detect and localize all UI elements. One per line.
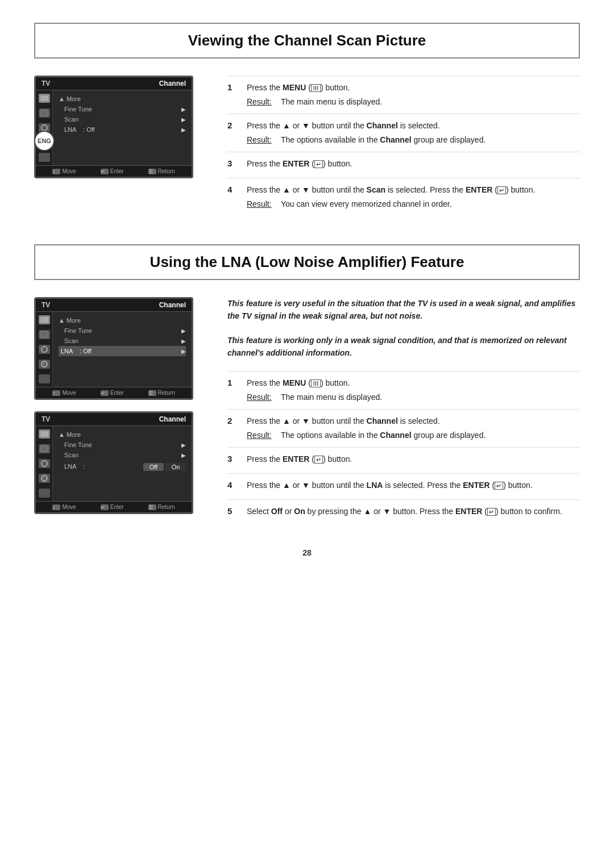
- tv-more-1: ▲ More: [59, 94, 186, 104]
- move-icon-3: ↕: [52, 504, 60, 510]
- section1-steps: 1 Press the MENU (III) button. Result: T…: [227, 76, 580, 216]
- tv-screen-1: TV Channel: [34, 76, 193, 178]
- tv-body-3: ▲ More Fine Tune▶ Scan▶ LNA : Off: [36, 426, 192, 501]
- tv-header-1: TV Channel: [36, 77, 192, 90]
- step-text-2-1: Press the MENU (III) button.: [247, 377, 580, 389]
- result-text-1-2: The options available in the Channel gro…: [281, 134, 580, 146]
- step-2-5: 5 Select Off or On by pressing the ▲ or …: [227, 500, 580, 525]
- step-2-3: 3 Press the ENTER (↵) button.: [227, 448, 580, 474]
- tv-footer-move-3: ↕ Move: [52, 504, 76, 510]
- tv-icon-2-2: [39, 330, 50, 339]
- step-2-4: 4 Press the ▲ or ▼ button until the LNA …: [227, 474, 580, 500]
- step-text-2-2: Press the ▲ or ▼ button until the Channe…: [247, 415, 580, 427]
- tv-body-2: ▲ More Fine Tune▶ Scan▶ LNA : Off▶: [36, 312, 192, 387]
- tv-footer-2: ↕ Move ↵ Enter ☰ Return: [36, 387, 192, 398]
- tv-footer-move-1: ↕ Move: [52, 168, 76, 174]
- step-1-3: 3 Press the ENTER (↵) button.: [227, 152, 580, 178]
- step-text-1-2: Press the ▲ or ▼ button until the Channe…: [247, 120, 580, 132]
- step-num-2-5: 5: [227, 506, 239, 520]
- tv-screen-3: TV Channel: [34, 411, 193, 514]
- section2-content-row: TV Channel: [34, 297, 580, 525]
- tv-footer-enter-1: ↵ Enter: [101, 168, 124, 174]
- tv-menu-2: ▲ More Fine Tune▶ Scan▶ LNA : Off▶: [53, 312, 192, 387]
- step-content-1-1: Press the MENU (III) button. Result: The…: [247, 82, 580, 108]
- tv-screen-2: TV Channel: [34, 297, 193, 400]
- tv-menu-3: ▲ More Fine Tune▶ Scan▶ LNA : Off: [53, 426, 192, 501]
- result-row-2-2: Result: The options available in the Cha…: [247, 429, 580, 441]
- step-content-1-2: Press the ▲ or ▼ button until the Channe…: [247, 120, 580, 146]
- tv-menu-scan-3: Scan▶: [59, 450, 186, 460]
- section1-title: Viewing the Channel Scan Picture: [52, 32, 562, 49]
- step-content-2-1: Press the MENU (III) button. Result: The…: [247, 377, 580, 403]
- tv-icon-3-4: [39, 474, 50, 483]
- channel-label-2: Channel: [159, 301, 186, 309]
- step-content-1-3: Press the ENTER (↵) button.: [247, 158, 580, 172]
- section2-title: Using the LNA (Low Noise Amplifier) Feat…: [52, 253, 562, 271]
- step-text-1-4: Press the ▲ or ▼ button until the Scan i…: [247, 184, 580, 196]
- tv-header-3: TV Channel: [36, 413, 192, 426]
- tv-icon-3-5: [39, 489, 50, 498]
- step-num-1-1: 1: [227, 82, 239, 108]
- tv-footer-enter-2: ↵ Enter: [101, 390, 124, 396]
- step-num-1-4: 4: [227, 184, 239, 210]
- section2-title-box: Using the LNA (Low Noise Amplifier) Feat…: [34, 244, 580, 280]
- section1-content-row: TV Channel: [34, 76, 580, 216]
- tv-label-3: TV: [42, 415, 50, 423]
- tv-icon-antenna: [39, 94, 50, 103]
- step-1-1: 1 Press the MENU (III) button. Result: T…: [227, 76, 580, 114]
- step-text-2-4: Press the ▲ or ▼ button until the LNA is…: [247, 479, 580, 491]
- section1-title-box: Viewing the Channel Scan Picture: [34, 23, 580, 59]
- tv-body-1: ▲ More Fine Tune▶ Scan▶ LNA : Off▶: [36, 90, 192, 165]
- result-label-1-1: Result:: [247, 96, 275, 108]
- tv-label-2: TV: [42, 301, 50, 309]
- channel-label-3: Channel: [159, 415, 186, 423]
- result-row-1-1: Result: The main menu is displayed.: [247, 96, 580, 108]
- step-num-2-2: 2: [227, 415, 239, 441]
- step-num-2-1: 1: [227, 377, 239, 403]
- result-label-1-4: Result:: [247, 198, 275, 210]
- return-icon-1: ☰: [148, 169, 156, 174]
- tv-icon-3-1: [39, 429, 50, 439]
- tv-icon-extra: [39, 153, 50, 162]
- tv-menu-finetune-2: Fine Tune▶: [59, 326, 186, 336]
- tv-header-2: TV Channel: [36, 299, 192, 312]
- step-num-1-2: 2: [227, 120, 239, 146]
- result-row-2-1: Result: The main menu is displayed.: [247, 391, 580, 403]
- enter-icon-3: ↵: [101, 504, 109, 510]
- channel-label-1: Channel: [159, 80, 186, 87]
- enter-icon-2: ↵: [101, 390, 109, 396]
- tv-footer-return-1: ☰ Return: [148, 168, 175, 174]
- result-text-1-1: The main menu is displayed.: [281, 96, 580, 108]
- tv-menu-finetune-3: Fine Tune▶: [59, 440, 186, 450]
- tv-footer-move-2: ↕ Move: [52, 390, 76, 396]
- result-text-1-4: You can view every memorized channel in …: [281, 198, 580, 210]
- tv-icon-2-5: [39, 374, 50, 383]
- tv-icon-3-2: [39, 444, 50, 453]
- step-text-2-3: Press the ENTER (↵) button.: [247, 453, 580, 465]
- tv-menu-scan-2: Scan▶: [59, 336, 186, 346]
- tv-footer-3: ↕ Move ↵ Enter ☰ Return: [36, 501, 192, 512]
- tv-menu-scan-1: Scan▶: [59, 114, 186, 124]
- eng-badge: ENG: [34, 131, 55, 151]
- section2-steps: 1 Press the MENU (III) button. Result: T…: [227, 371, 580, 525]
- return-icon-3: ☰: [148, 504, 156, 510]
- step-num-2-4: 4: [227, 479, 239, 494]
- tv-icon-2-3: [39, 345, 50, 354]
- section1-right-col: 1 Press the MENU (III) button. Result: T…: [227, 76, 580, 216]
- result-row-1-2: Result: The options available in the Cha…: [247, 134, 580, 146]
- move-icon-1: ↕: [52, 169, 60, 174]
- result-label-2-1: Result:: [247, 391, 275, 403]
- tv-footer-return-3: ☰ Return: [148, 504, 175, 510]
- tv-icon-2-4: [39, 360, 50, 369]
- result-label-1-2: Result:: [247, 134, 275, 146]
- step-content-1-4: Press the ▲ or ▼ button until the Scan i…: [247, 184, 580, 210]
- section1-left-col: TV Channel: [34, 76, 205, 216]
- step-num-2-3: 3: [227, 453, 239, 468]
- tv-icons-1: [36, 90, 53, 165]
- result-text-2-2: The options available in the Channel gro…: [281, 429, 580, 441]
- tv-menu-lna-3: LNA : Off On: [59, 460, 186, 473]
- result-text-2-1: The main menu is displayed.: [281, 391, 580, 403]
- move-icon-2: ↕: [52, 390, 60, 396]
- tv-icon-picture: [39, 108, 50, 118]
- tv-more-2: ▲ More: [59, 315, 186, 326]
